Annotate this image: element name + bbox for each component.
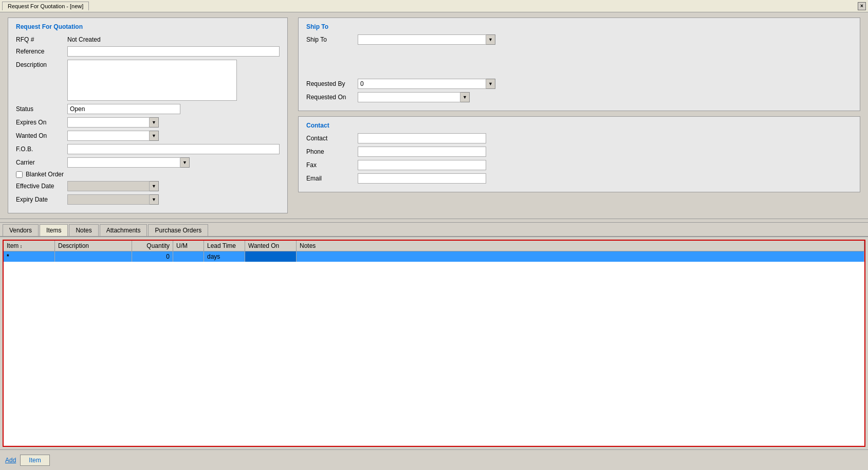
email-row: Email bbox=[306, 173, 852, 184]
status-wrapper: Open Closed Cancelled bbox=[67, 104, 180, 114]
requested-by-dropdown-button[interactable]: ▼ bbox=[486, 79, 495, 89]
add-link[interactable]: Add bbox=[5, 457, 16, 464]
grid-wrapper: Item Description Quantity U/M Lead Time … bbox=[3, 240, 865, 447]
effective-date-calendar-button[interactable]: ▼ bbox=[150, 181, 159, 191]
grid-header-um[interactable]: U/M bbox=[173, 241, 204, 251]
reference-label: Reference bbox=[16, 46, 67, 55]
fob-label: F.O.B. bbox=[16, 144, 67, 153]
grid-header-notes[interactable]: Notes bbox=[297, 241, 864, 251]
window: Request For Quotation - [new] × Request … bbox=[0, 0, 868, 470]
bottom-bar: Add Item bbox=[0, 449, 868, 470]
description-textarea[interactable] bbox=[67, 60, 237, 101]
expires-on-input[interactable] bbox=[67, 117, 150, 128]
expiry-date-label: Expiry Date bbox=[16, 194, 67, 203]
phone-row: Phone bbox=[306, 147, 852, 157]
tab-items[interactable]: Items bbox=[40, 224, 68, 236]
expires-on-calendar-button[interactable]: ▼ bbox=[150, 117, 159, 128]
requested-by-select[interactable]: 0 bbox=[358, 79, 486, 89]
effective-date-label: Effective Date bbox=[16, 181, 67, 190]
status-row: Status Open Closed Cancelled bbox=[16, 104, 280, 114]
expires-on-label: Expires On bbox=[16, 117, 67, 126]
tab-purchase-orders[interactable]: Purchase Orders bbox=[148, 224, 208, 236]
wanted-on-wrapper: ▼ bbox=[67, 131, 159, 141]
reference-input[interactable] bbox=[67, 46, 280, 57]
tabs-area: Vendors Items Notes Attachments Purchase… bbox=[0, 223, 868, 449]
requested-on-input[interactable] bbox=[358, 92, 460, 102]
tab-bar: Vendors Items Notes Attachments Purchase… bbox=[0, 223, 868, 237]
expiry-date-input[interactable] bbox=[67, 194, 150, 205]
expires-on-wrapper: ▼ bbox=[67, 117, 159, 128]
row-description bbox=[55, 251, 132, 262]
wanted-on-row: Wanted On ▼ bbox=[16, 131, 280, 141]
ship-section-title: Ship To bbox=[306, 23, 852, 30]
tab-vendors[interactable]: Vendors bbox=[3, 224, 39, 236]
ship-to-wrapper: ▼ bbox=[358, 34, 495, 45]
fax-input[interactable] bbox=[358, 160, 486, 170]
reference-row: Reference bbox=[16, 46, 280, 57]
carrier-wrapper: ▼ bbox=[67, 157, 190, 168]
fax-label: Fax bbox=[306, 161, 358, 169]
expiry-date-calendar-button[interactable]: ▼ bbox=[150, 194, 159, 205]
item-button[interactable]: Item bbox=[20, 455, 49, 466]
row-lead-time: days bbox=[204, 251, 245, 262]
carrier-dropdown-button[interactable]: ▼ bbox=[180, 157, 190, 168]
grid-header-item[interactable]: Item bbox=[4, 241, 55, 251]
close-button[interactable]: × bbox=[858, 2, 866, 10]
blanket-order-checkbox[interactable] bbox=[16, 171, 23, 178]
rfq-value: Not Created bbox=[67, 34, 101, 43]
expires-on-row: Expires On ▼ bbox=[16, 117, 280, 128]
effective-date-wrapper: ▼ bbox=[67, 181, 159, 191]
grid-header-lead-time[interactable]: Lead Time bbox=[204, 241, 245, 251]
carrier-row: Carrier ▼ bbox=[16, 157, 280, 168]
grid-header-description[interactable]: Description bbox=[55, 241, 132, 251]
description-label: Description bbox=[16, 60, 67, 68]
fob-input[interactable] bbox=[67, 144, 280, 154]
grid-header-quantity[interactable]: Quantity bbox=[132, 241, 173, 251]
ship-section: Ship To Ship To ▼ Requested By bbox=[298, 17, 860, 111]
phone-input[interactable] bbox=[358, 147, 486, 157]
carrier-label: Carrier bbox=[16, 157, 67, 166]
effective-date-input[interactable] bbox=[67, 181, 150, 191]
row-wanted-on bbox=[245, 251, 297, 262]
wanted-on-calendar-button[interactable]: ▼ bbox=[150, 131, 159, 141]
requested-on-label: Requested On bbox=[306, 94, 358, 101]
ship-to-dropdown-button[interactable]: ▼ bbox=[486, 34, 495, 45]
rfq-label: RFQ # bbox=[16, 34, 67, 43]
title-tab: Request For Quotation - [new] bbox=[2, 2, 89, 10]
wanted-on-label: Wanted On bbox=[16, 131, 67, 139]
contact-section: Contact Contact Phone Fax Email bbox=[298, 116, 860, 192]
ship-to-select[interactable] bbox=[358, 34, 486, 45]
requested-on-wrapper: ▼ bbox=[358, 92, 470, 102]
contact-input[interactable] bbox=[358, 133, 486, 143]
form-left: Request For Quotation RFQ # Not Created … bbox=[8, 17, 288, 213]
blanket-order-row: Blanket Order bbox=[16, 171, 280, 178]
grid-header-wanted-on[interactable]: Wanted On bbox=[245, 241, 297, 251]
effective-date-row: Effective Date ▼ bbox=[16, 181, 280, 191]
expiry-date-row: Expiry Date ▼ bbox=[16, 194, 280, 205]
fax-row: Fax bbox=[306, 160, 852, 170]
ship-to-row: Ship To ▼ bbox=[306, 34, 852, 45]
status-label: Status bbox=[16, 104, 67, 113]
form-right: Ship To Ship To ▼ Requested By bbox=[298, 17, 860, 213]
rfq-row: RFQ # Not Created bbox=[16, 34, 280, 43]
status-select[interactable]: Open Closed Cancelled bbox=[67, 104, 180, 114]
carrier-select[interactable] bbox=[67, 157, 180, 168]
wanted-on-input[interactable] bbox=[67, 131, 150, 141]
splitter[interactable] bbox=[0, 219, 868, 223]
rfq-section-title: Request For Quotation bbox=[16, 23, 280, 30]
email-input[interactable] bbox=[358, 173, 486, 184]
ship-to-label: Ship To bbox=[306, 36, 358, 43]
tab-notes[interactable]: Notes bbox=[69, 224, 98, 236]
row-marker: * bbox=[4, 251, 55, 262]
row-quantity: 0 bbox=[132, 251, 173, 262]
title-bar: Request For Quotation - [new] × bbox=[0, 0, 868, 12]
requested-on-row: Requested On ▼ bbox=[306, 92, 852, 102]
tab-attachments[interactable]: Attachments bbox=[100, 224, 147, 236]
row-um bbox=[173, 251, 204, 262]
form-area: Request For Quotation RFQ # Not Created … bbox=[0, 12, 868, 219]
fob-row: F.O.B. bbox=[16, 144, 280, 154]
table-row[interactable]: * 0 days bbox=[4, 251, 864, 262]
phone-label: Phone bbox=[306, 148, 358, 155]
expiry-date-wrapper: ▼ bbox=[67, 194, 159, 205]
requested-on-calendar-button[interactable]: ▼ bbox=[460, 92, 470, 102]
